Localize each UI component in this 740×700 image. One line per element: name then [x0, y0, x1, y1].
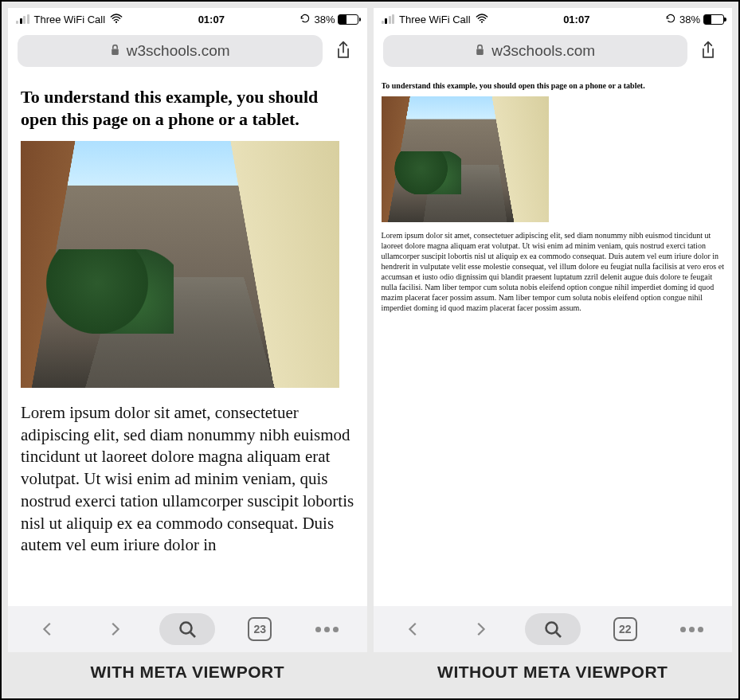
- sync-icon: [300, 13, 311, 26]
- caption-left: WITH META VIEWPORT: [8, 652, 367, 692]
- browser-toolbar: 22: [374, 606, 733, 652]
- battery-icon: [338, 14, 358, 25]
- battery-percent: 38%: [679, 14, 700, 25]
- left-phone-column: Three WiFi Call 01:07 38%: [8, 8, 367, 692]
- tabs-count: 22: [613, 617, 637, 641]
- status-bar: Three WiFi Call 01:07 38%: [374, 8, 733, 30]
- page-content-right[interactable]: To understand this example, you should o…: [374, 75, 733, 606]
- share-button[interactable]: [329, 35, 358, 67]
- battery-icon: [703, 14, 724, 25]
- more-icon: [680, 627, 703, 632]
- tabs-button[interactable]: 22: [603, 612, 648, 647]
- address-bar-row: w3schools.com: [374, 30, 733, 75]
- address-bar[interactable]: w3schools.com: [18, 35, 323, 67]
- svg-point-2: [181, 623, 192, 634]
- carrier-label: Three WiFi Call: [399, 14, 471, 25]
- page-heading: To understand this example, you should o…: [21, 86, 354, 130]
- clock-time: 01:07: [563, 14, 589, 25]
- battery-percent: 38%: [314, 14, 335, 25]
- page-photo: [382, 96, 549, 222]
- back-button[interactable]: [391, 612, 436, 647]
- page-heading: To understand this example, you should o…: [382, 81, 725, 92]
- url-domain: w3schools.com: [491, 42, 595, 60]
- svg-rect-1: [112, 49, 119, 55]
- svg-line-7: [556, 632, 561, 637]
- share-button[interactable]: [694, 35, 722, 67]
- tabs-count: 23: [248, 617, 272, 641]
- svg-rect-5: [477, 49, 484, 55]
- more-button[interactable]: [670, 612, 715, 647]
- search-button[interactable]: [159, 613, 215, 645]
- svg-point-4: [481, 21, 483, 22]
- cellular-signal-icon: [382, 14, 395, 24]
- phone-frame-left: Three WiFi Call 01:07 38%: [8, 8, 367, 652]
- sync-icon: [665, 13, 676, 26]
- forward-button[interactable]: [458, 612, 503, 647]
- svg-point-0: [116, 21, 117, 22]
- back-button[interactable]: [25, 612, 70, 647]
- more-button[interactable]: [304, 612, 349, 647]
- page-photo: [21, 141, 339, 388]
- forward-button[interactable]: [92, 612, 137, 647]
- right-phone-column: Three WiFi Call 01:07 38%: [374, 8, 733, 692]
- cellular-signal-icon: [16, 14, 29, 24]
- tabs-button[interactable]: 23: [237, 612, 282, 647]
- browser-toolbar: 23: [8, 606, 367, 652]
- search-button[interactable]: [525, 613, 581, 645]
- phone-frame-right: Three WiFi Call 01:07 38%: [374, 8, 733, 652]
- clock-time: 01:07: [198, 14, 225, 25]
- address-bar-row: w3schools.com: [8, 30, 367, 75]
- wifi-icon: [110, 14, 123, 25]
- url-domain: w3schools.com: [127, 42, 230, 60]
- svg-point-6: [546, 623, 557, 634]
- page-body-text: Lorem ipsum dolor sit amet, consectetuer…: [382, 230, 725, 313]
- status-bar: Three WiFi Call 01:07 38%: [8, 8, 367, 30]
- caption-right: WITHOUT META VIEWPORT: [374, 652, 733, 692]
- wifi-icon: [476, 14, 488, 25]
- page-body-text: Lorem ipsum dolor sit amet, consectetuer…: [21, 402, 354, 557]
- lock-icon: [110, 42, 120, 60]
- more-icon: [315, 627, 339, 632]
- svg-line-3: [190, 632, 195, 637]
- page-content-left[interactable]: To understand this example, you should o…: [8, 75, 367, 606]
- lock-icon: [475, 42, 485, 60]
- address-bar[interactable]: w3schools.com: [383, 35, 688, 67]
- carrier-label: Three WiFi Call: [34, 14, 106, 25]
